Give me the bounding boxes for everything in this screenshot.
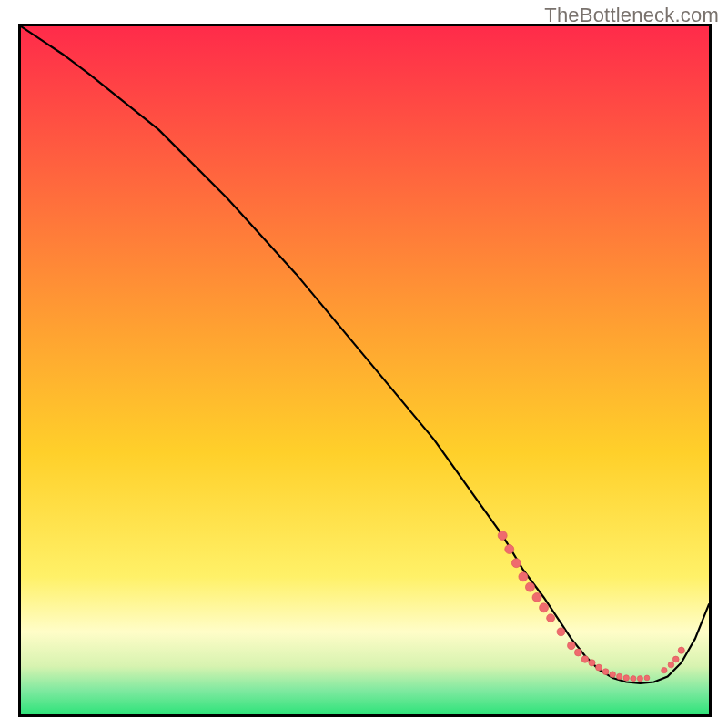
data-dot	[617, 673, 622, 679]
data-dot	[505, 545, 514, 554]
data-dot	[644, 675, 650, 681]
data-dot	[672, 656, 679, 662]
data-dot	[610, 672, 616, 678]
data-dot	[532, 592, 541, 602]
data-dot	[498, 531, 507, 540]
data-dot	[589, 660, 595, 666]
data-dot	[678, 647, 684, 653]
chart-area	[18, 24, 712, 717]
data-dot	[623, 675, 629, 681]
data-dot	[637, 676, 642, 682]
data-dot	[525, 582, 534, 592]
data-dot	[540, 603, 549, 612]
data-dot	[568, 642, 576, 650]
data-dot	[557, 628, 565, 636]
data-dot	[668, 662, 674, 668]
data-dot	[596, 664, 602, 671]
chart-background	[21, 26, 709, 714]
bottleneck-curve-chart	[21, 26, 709, 714]
data-dot	[602, 669, 609, 675]
data-dot	[547, 614, 555, 622]
data-dot	[581, 656, 589, 663]
data-dot	[631, 676, 636, 682]
data-dot	[519, 572, 528, 581]
data-dot	[574, 649, 581, 656]
data-dot	[662, 667, 667, 672]
data-dot	[511, 559, 521, 568]
